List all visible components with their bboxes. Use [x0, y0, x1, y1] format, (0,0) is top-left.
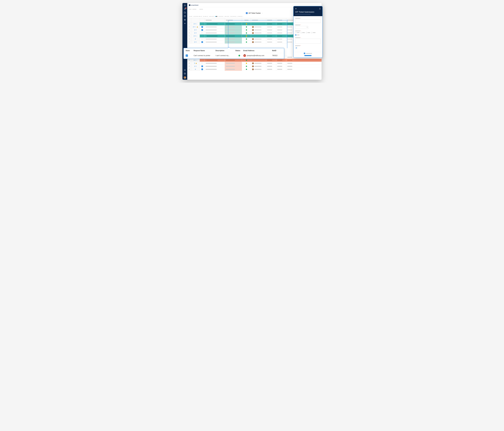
svg-point-5 [185, 70, 185, 70]
col-name-header: Request Name [194, 50, 216, 52]
row-number: 7 [187, 41, 191, 44]
form-field-text: * [295, 18, 321, 23]
status-indicator [246, 26, 247, 28]
done-cell[interactable] [200, 41, 205, 44]
row-indicators: @✉ [191, 65, 200, 68]
row-indicators: @✉▭ [191, 35, 200, 37]
email-value: joseprice@mbfcorp.com [247, 55, 264, 56]
textarea-input[interactable] [295, 39, 321, 44]
row-indicators: @✉▭ [191, 59, 200, 62]
notification-badge: 3 [185, 8, 187, 9]
row-indicators: @✉▭ [191, 22, 200, 25]
favorite-star-icon[interactable]: ☆ [261, 12, 263, 14]
request-name-value: Can't connect to printer [194, 55, 216, 56]
row-indicators: @ [191, 37, 200, 40]
radio-option[interactable] [311, 32, 315, 33]
radio-option[interactable] [300, 32, 305, 33]
form-footer [294, 52, 322, 57]
add-icon[interactable] [184, 22, 186, 24]
done-cell[interactable] [200, 22, 205, 25]
form-field-radio: * [295, 30, 321, 36]
app-name: smartsheet [191, 4, 198, 6]
sheet-icon [246, 12, 248, 14]
form-title: OIT Ticket Submission [295, 11, 321, 13]
done-cell[interactable] [200, 68, 205, 71]
done-cell[interactable] [200, 59, 205, 62]
col-status-header: Status [235, 50, 243, 52]
row-indicators: @✉ [191, 28, 200, 31]
grid-row[interactable]: 16@ [187, 68, 322, 71]
status-indicator [246, 38, 247, 40]
svg-point-4 [184, 70, 184, 70]
description-value: I can't connect my... [216, 55, 235, 56]
detail-header: Done Request Name Description Status Ema… [184, 48, 284, 53]
form-field-select: * [295, 24, 321, 29]
svg-point-2 [185, 69, 185, 70]
done-cell[interactable] [200, 31, 205, 34]
recents-icon[interactable] [184, 15, 186, 17]
home-icon[interactable] [184, 4, 186, 6]
user-avatar[interactable] [184, 76, 186, 79]
grid-row[interactable]: 14@🔔 [187, 62, 322, 65]
footer-checkbox[interactable] [304, 53, 305, 54]
row-number: 3 [187, 28, 191, 31]
row-detail-popup: Done Request Name Description Status Ema… [183, 48, 284, 59]
submit-button[interactable] [304, 55, 311, 56]
svg-point-8 [185, 70, 185, 71]
row-number: 2 [187, 25, 191, 28]
status-dot [238, 55, 240, 56]
done-cell[interactable] [200, 62, 205, 65]
row-indicators: @🔔 [191, 62, 200, 65]
done-cell[interactable] [200, 65, 205, 68]
svg-point-9 [185, 70, 186, 71]
status-indicator [246, 69, 247, 70]
select-input[interactable] [295, 26, 308, 29]
status-indicator [246, 29, 247, 31]
svg-point-6 [185, 70, 186, 70]
done-cell[interactable] [200, 37, 205, 40]
share-icon[interactable] [319, 8, 321, 10]
row-indicators: @✉ [191, 31, 200, 34]
close-icon[interactable]: ✕ [295, 8, 297, 10]
col-netid-header: NetID [272, 50, 282, 52]
form-popup: ✕ OIT Ticket Submission * * * [293, 6, 323, 58]
status-indicator [246, 41, 247, 43]
done-cell[interactable] [200, 28, 205, 31]
row-number: 1 [187, 22, 191, 25]
col-done-header: Done [186, 50, 194, 52]
done-checkbox[interactable]: ✓ [186, 55, 188, 57]
apps-icon[interactable] [184, 69, 186, 71]
app-logo[interactable]: smartsheet [189, 4, 198, 6]
row-number: 13 [187, 59, 191, 62]
notifications-icon[interactable]: 3 [184, 8, 186, 10]
done-cell[interactable] [200, 25, 205, 28]
contact-avatar [243, 54, 246, 57]
status-indicator [246, 66, 247, 67]
radio-option-selected[interactable] [295, 34, 299, 36]
help-icon[interactable] [184, 73, 186, 75]
folder-icon[interactable] [184, 11, 186, 14]
grid-row[interactable]: 15@✉ [187, 65, 322, 68]
calendar-icon[interactable]: ▦ [295, 47, 297, 49]
form-field-textarea: * [295, 37, 321, 44]
grid-row[interactable]: 13@✉▭▾ [187, 59, 322, 62]
radio-option[interactable] [295, 32, 299, 33]
favorites-icon[interactable] [184, 19, 186, 21]
netid-value: 790322 [272, 55, 282, 56]
status-indicator [246, 23, 247, 25]
row-number: 14 [187, 62, 191, 65]
row-number: 16 [187, 68, 191, 71]
row-number: 6 [187, 37, 191, 40]
svg-point-3 [185, 69, 186, 70]
row-number: 5 [187, 35, 191, 37]
form-body: * * * * * [294, 16, 322, 52]
done-cell[interactable] [200, 35, 205, 37]
text-input[interactable] [295, 19, 321, 23]
status-indicator [246, 32, 247, 34]
row-number: 4 [187, 31, 191, 34]
sheet-title: OIT Ticket Tracker [248, 12, 261, 14]
left-sidebar: 3 [182, 3, 187, 80]
radio-option[interactable] [306, 32, 310, 33]
connector-dot [287, 20, 288, 21]
detail-row: ✓ Can't connect to printer I can't conne… [184, 53, 284, 59]
